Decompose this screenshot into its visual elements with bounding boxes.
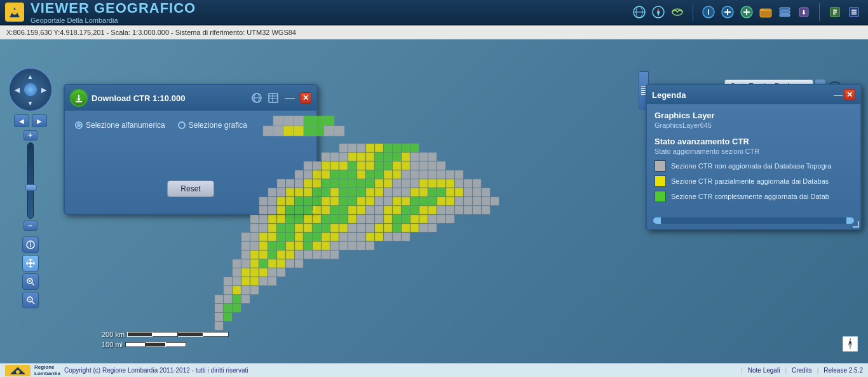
compass-west[interactable]: ◀ [11,83,24,96]
svg-rect-317 [233,259,241,268]
add-icon-btn[interactable] [719,3,736,21]
zoom-thumb[interactable] [25,184,37,191]
svg-rect-288 [384,233,392,241]
svg-rect-182 [322,197,330,205]
legend-close-btn[interactable]: ✕ [844,89,855,100]
svg-rect-146 [446,179,454,188]
svg-rect-207 [304,206,312,214]
svg-rect-156 [322,188,330,196]
svg-rect-259 [322,224,330,232]
svg-rect-151 [277,188,285,196]
settings-icon-btn[interactable] [845,3,863,21]
release-text: Release 2.5.2 [824,367,863,374]
svg-rect-304 [357,242,365,250]
svg-rect-173 [473,188,481,196]
svg-rect-176 [268,197,276,205]
svg-rect-245 [402,215,410,223]
svg-rect-166 [410,188,419,196]
svg-rect-268 [402,224,410,232]
svg-rect-200 [482,197,490,205]
radio-alfanumerica[interactable]: Selezione alfanumerica [75,121,165,130]
zoom-out-tool-btn[interactable] [22,292,39,308]
svg-rect-104 [410,161,419,170]
legend-resize-handle[interactable] [853,221,859,228]
svg-rect-206 [295,206,303,214]
svg-rect-307 [250,250,259,259]
svg-rect-237 [330,215,339,223]
compass-center[interactable] [24,83,37,96]
panel-globe-btn[interactable] [250,92,263,104]
pan-tool-btn[interactable] [22,255,39,271]
svg-rect-20 [780,11,790,13]
compass-icon-btn[interactable] [649,3,667,21]
edit-icon-btn[interactable] [826,3,844,21]
layers-icon-btn[interactable] [776,3,794,21]
copyright-text: Copyright (c) Regione Lombardia 2011-201… [64,367,741,374]
svg-rect-60 [314,116,324,126]
svg-rect-19 [780,14,790,17]
svg-rect-244 [393,215,401,223]
svg-rect-99 [366,161,374,170]
svg-rect-269 [410,224,419,232]
svg-rect-165 [402,188,410,196]
svg-rect-210 [330,206,339,214]
compass-east[interactable]: ▶ [37,83,50,96]
svg-rect-111 [322,170,330,179]
compass-widget[interactable]: ▲ ▼ ▶ ◀ [8,67,53,112]
svg-rect-97 [348,161,356,170]
compass-south[interactable]: ▼ [24,97,37,109]
panel-close-btn[interactable]: ✕ [300,92,311,104]
legend-item-2: Sezione CTR completamente aggiornata dai… [654,191,853,202]
svg-rect-251 [250,224,259,232]
compass-outer[interactable]: ▲ ▼ ▶ ◀ [8,67,53,112]
info-icon-btn[interactable]: i [700,3,717,21]
folder-icon-btn[interactable] [757,3,775,21]
map-area[interactable]: Carta Tecnica Regi... ▼ ▲ ▼ ▶ ◀ ◀ ▶ + [0,39,868,377]
zoom-out-btn[interactable]: − [24,221,37,231]
legend-section-sub: Stato aggiornamento sezioni CTR [654,147,853,155]
svg-rect-85 [375,153,383,161]
radio-alfanumerica-indicator [75,121,83,129]
svg-rect-344 [241,295,250,303]
svg-rect-257 [304,224,312,232]
note-legali-link[interactable]: Note Legali [748,367,780,374]
svg-rect-242 [375,215,383,223]
pan-left-btn[interactable]: ◀ [14,114,29,127]
svg-rect-273 [250,233,259,241]
svg-rect-323 [286,259,294,268]
zoom-track[interactable] [27,142,34,219]
legend-scrollbar[interactable] [653,217,854,224]
zoom-tool-btn[interactable] [22,273,39,290]
svg-rect-122 [419,170,428,179]
svg-rect-229 [259,215,268,223]
panel-minimize-btn[interactable]: — [283,92,296,104]
svg-rect-267 [393,224,401,232]
panel-table-btn[interactable] [267,92,280,104]
header-icon-group-1 [630,3,686,21]
svg-rect-319 [250,259,259,268]
svg-rect-243 [384,215,392,223]
svg-rect-238 [339,215,348,223]
svg-point-1 [12,10,17,15]
globe-icon-btn[interactable] [630,3,648,21]
legend-swatch-2 [654,191,666,202]
export-icon-btn[interactable] [795,3,813,21]
compass-north[interactable]: ▲ [24,70,37,83]
identify-tool-btn[interactable]: i [22,236,39,253]
credits-link[interactable]: Credits [792,367,812,374]
legend-scroll-left[interactable] [653,217,661,224]
svg-rect-180 [304,197,312,205]
svg-rect-172 [464,188,472,196]
bird-icon-btn[interactable] [668,3,686,21]
zoom-in-btn[interactable]: + [24,130,37,141]
svg-rect-310 [277,250,285,259]
add2-icon-btn[interactable] [738,3,756,21]
svg-rect-246 [410,215,419,223]
svg-rect-294 [268,242,276,250]
svg-rect-147 [455,179,463,188]
legend-layer-name: Graphics Layer [654,111,853,120]
legend-minimize-btn[interactable]: — [832,89,844,100]
svg-rect-57 [283,116,294,126]
svg-rect-232 [286,215,294,223]
pan-right-btn[interactable]: ▶ [32,114,47,127]
